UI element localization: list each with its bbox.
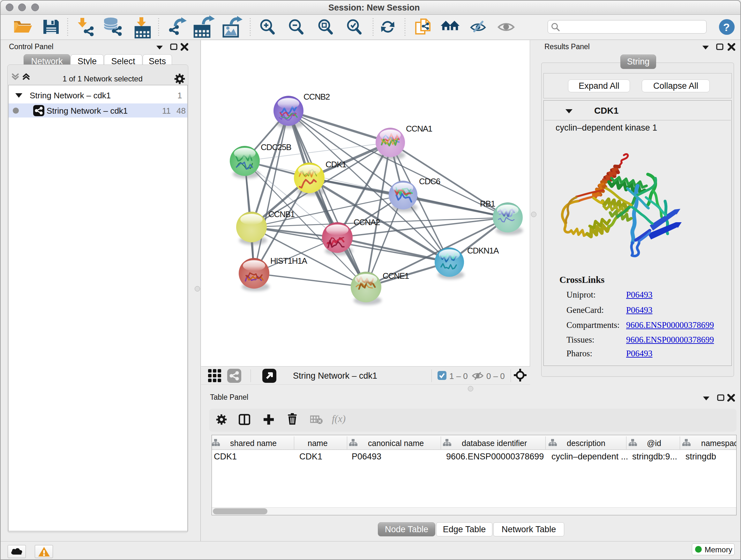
svg-text:CDK1: CDK1 — [326, 160, 346, 169]
svg-text:CCNB1: CCNB1 — [268, 209, 295, 219]
svg-text:CCNE1: CCNE1 — [383, 271, 409, 281]
svg-text:CCNA1: CCNA1 — [406, 124, 432, 133]
svg-text:CCNB2: CCNB2 — [304, 92, 330, 102]
svg-text:CDC25B: CDC25B — [261, 142, 291, 152]
svg-text:CDKN1A: CDKN1A — [467, 246, 499, 255]
svg-text:CDC6: CDC6 — [419, 177, 441, 186]
svg-text:CCNA2: CCNA2 — [354, 217, 380, 227]
svg-text:RB1: RB1 — [480, 199, 495, 208]
svg-text:HIST1H1A: HIST1H1A — [270, 256, 308, 266]
